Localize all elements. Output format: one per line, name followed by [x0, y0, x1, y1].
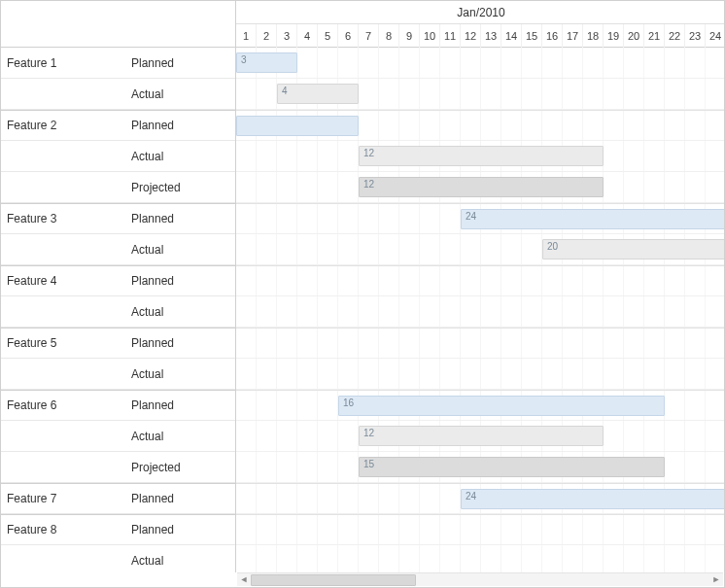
- gantt-bar-label: 4: [282, 86, 288, 96]
- row-type-cell: Actual: [127, 421, 235, 452]
- day-header-cell: 2: [257, 24, 277, 48]
- gantt-bar-actual[interactable]: 20: [542, 239, 724, 259]
- gantt-bar-label: 20: [547, 241, 558, 252]
- task-row[interactable]: Actual: [1, 296, 235, 328]
- timeline-row: 24: [236, 483, 724, 514]
- day-header-cell: 19: [604, 24, 624, 48]
- feature-name-cell: Feature 7: [1, 483, 127, 514]
- day-header-cell: 11: [440, 24, 461, 48]
- gantt-body: Feature 1PlannedActualFeature 2PlannedAc…: [1, 48, 724, 572]
- task-row[interactable]: Feature 4Planned: [1, 265, 235, 296]
- row-type-cell: Actual: [127, 79, 235, 110]
- task-row[interactable]: Feature 7Planned: [1, 483, 235, 514]
- scroll-thumb[interactable]: [251, 574, 416, 586]
- day-header-cell: 6: [338, 24, 359, 48]
- task-row[interactable]: Projected: [1, 452, 235, 483]
- scroll-right-button[interactable]: ►: [709, 573, 723, 587]
- day-header-cell: 5: [318, 24, 338, 48]
- day-header-cell: 24: [706, 24, 725, 48]
- day-header-cell: 13: [481, 24, 501, 48]
- day-header-cell: 8: [379, 24, 399, 48]
- task-row[interactable]: Actual: [1, 545, 235, 572]
- timeline-rows: 341212242016121524: [236, 48, 724, 572]
- gantt-bar-planned[interactable]: 24: [461, 209, 724, 229]
- gantt-bar-actual[interactable]: 12: [359, 426, 604, 446]
- task-row[interactable]: Actual: [1, 359, 235, 390]
- timeline-row: 12: [236, 141, 724, 172]
- days-row: 123456789101112131415161718192021222324: [236, 24, 725, 48]
- row-type-cell: Actual: [127, 545, 235, 573]
- day-header-cell: 22: [665, 24, 685, 48]
- timeline-row: 24: [236, 203, 724, 234]
- task-row[interactable]: Actual: [1, 141, 235, 172]
- task-row[interactable]: Actual: [1, 421, 235, 452]
- day-header-cell: 21: [644, 24, 665, 48]
- row-type-cell: Projected: [127, 452, 235, 483]
- feature-name-cell: Feature 6: [1, 390, 127, 421]
- timeline-pane[interactable]: 341212242016121524: [236, 48, 724, 572]
- day-header-cell: 10: [420, 24, 440, 48]
- gantt-bar-label: 3: [241, 54, 247, 65]
- row-type-cell: Planned: [127, 483, 235, 514]
- day-header-cell: 7: [359, 24, 379, 48]
- feature-name-cell: Feature 2: [1, 110, 127, 141]
- row-type-cell: Projected: [127, 172, 235, 203]
- day-header-cell: 15: [522, 24, 542, 48]
- gantt-bar-planned[interactable]: 24: [461, 489, 724, 509]
- timeline-row: 20: [236, 234, 724, 265]
- day-header-cell: 3: [277, 24, 297, 48]
- timeline-row: [236, 296, 724, 328]
- row-type-cell: Planned: [127, 514, 235, 545]
- row-type-cell: Planned: [127, 390, 235, 421]
- gantt-bar-label: 24: [466, 211, 476, 222]
- feature-name-cell: Feature 1: [1, 48, 127, 79]
- task-row[interactable]: Feature 2Planned: [1, 110, 235, 141]
- task-row[interactable]: Actual: [1, 234, 235, 265]
- gantt-bar-planned[interactable]: 3: [236, 52, 297, 73]
- day-header-cell: 20: [624, 24, 644, 48]
- task-row[interactable]: Feature 3Planned: [1, 203, 235, 234]
- gantt-bar-actual[interactable]: 4: [277, 84, 359, 104]
- day-header-cell: 4: [297, 24, 318, 48]
- timeline-row: [236, 110, 724, 141]
- task-row[interactable]: Feature 6Planned: [1, 390, 235, 421]
- day-header-cell: 12: [461, 24, 481, 48]
- timescale: Jan/2010 1234567891011121314151617181920…: [236, 1, 725, 47]
- gantt-bar-label: 24: [466, 491, 476, 502]
- timeline-row: [236, 265, 724, 296]
- task-row[interactable]: Feature 1Planned: [1, 48, 235, 79]
- gantt-chart: Jan/2010 1234567891011121314151617181920…: [0, 0, 725, 588]
- timeline-row: 12: [236, 172, 724, 203]
- gantt-bar-label: 12: [363, 148, 374, 158]
- timeline-row: 16: [236, 390, 724, 421]
- gantt-bar-label: 12: [363, 179, 374, 190]
- timeline-row: 3: [236, 48, 724, 79]
- task-row[interactable]: Feature 5Planned: [1, 328, 235, 359]
- task-row[interactable]: Actual: [1, 79, 235, 110]
- gantt-bar-actual[interactable]: 12: [359, 146, 604, 166]
- task-row[interactable]: Projected: [1, 172, 235, 203]
- horizontal-scrollbar[interactable]: ◄ ►: [237, 572, 723, 586]
- month-label: Jan/2010: [236, 1, 725, 24]
- gantt-bar-projected[interactable]: 15: [359, 457, 665, 477]
- day-header-cell: 1: [236, 24, 257, 48]
- row-type-cell: Actual: [127, 296, 235, 328]
- gantt-bar-projected[interactable]: 12: [359, 177, 604, 197]
- feature-name-cell: Feature 4: [1, 265, 127, 296]
- gantt-bar-planned[interactable]: 16: [338, 396, 665, 416]
- day-header-cell: 9: [399, 24, 420, 48]
- scroll-track[interactable]: [251, 573, 709, 587]
- timeline-row: 12: [236, 421, 724, 452]
- row-type-cell: Planned: [127, 110, 235, 141]
- row-type-cell: Planned: [127, 265, 235, 296]
- day-header-cell: 16: [542, 24, 563, 48]
- gantt-bar-label: 15: [363, 459, 374, 469]
- feature-name-cell: Feature 8: [1, 514, 127, 545]
- feature-name-cell: Feature 5: [1, 328, 127, 359]
- task-row[interactable]: Feature 8Planned: [1, 514, 235, 545]
- row-type-cell: Actual: [127, 359, 235, 390]
- header-left-spacer: [1, 1, 236, 47]
- gantt-bar-planned[interactable]: [236, 116, 359, 136]
- gantt-bar-label: 12: [363, 428, 374, 438]
- scroll-left-button[interactable]: ◄: [237, 573, 251, 587]
